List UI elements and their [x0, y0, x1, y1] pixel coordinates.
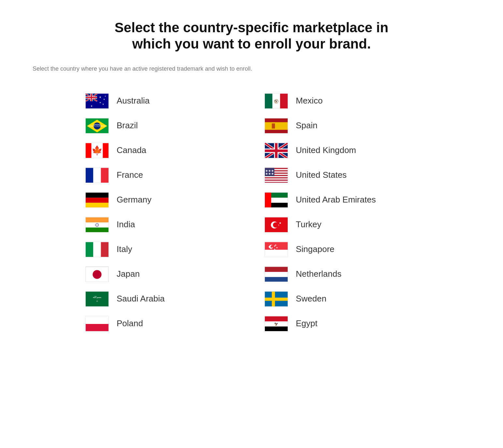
svg-rect-61 [265, 149, 288, 152]
svg-rect-26 [101, 168, 108, 183]
svg-rect-32 [86, 228, 108, 232]
country-egypt[interactable]: 🦅 Egypt [265, 311, 418, 336]
svg-rect-95 [265, 316, 288, 321]
svg-rect-22 [103, 143, 109, 158]
country-name-canada: Canada [117, 145, 146, 156]
svg-text:★: ★ [102, 103, 104, 105]
svg-text:⚔: ⚔ [96, 300, 98, 302]
svg-rect-37 [101, 242, 108, 257]
flag-germany [85, 192, 109, 208]
flag-netherlands [265, 266, 288, 282]
flag-japan [85, 266, 109, 282]
country-india[interactable]: India [85, 212, 238, 237]
country-saudi-arabia[interactable]: بسم الله ⚔ Saudi Arabia [85, 287, 238, 311]
svg-rect-97 [265, 327, 288, 331]
flag-brazil: ORDEM E PROGRESSO [85, 118, 109, 133]
country-name-saudi-arabia: Saudi Arabia [117, 293, 165, 304]
page-title: Select the country-specific marketplace … [105, 20, 398, 52]
svg-rect-44 [86, 324, 108, 331]
country-name-italy: Italy [117, 244, 132, 255]
country-united-arab-emirates[interactable]: United Arab Emirates [265, 188, 418, 212]
svg-point-79 [273, 222, 279, 228]
country-name-germany: Germany [117, 194, 151, 205]
country-mexico[interactable]: 🦅 Mexico [265, 89, 418, 113]
svg-text:ORDEM E PROGRESSO: ORDEM E PROGRESSO [88, 125, 106, 127]
svg-text:★: ★ [275, 244, 277, 246]
svg-rect-47 [280, 93, 288, 108]
page-subtitle: Select the country where you have an act… [26, 65, 477, 72]
svg-text:🦅: 🦅 [275, 100, 278, 103]
flag-united-kingdom [265, 143, 288, 158]
country-united-states[interactable]: ★★★ ★★★ United States [265, 163, 418, 188]
country-name-netherlands: Netherlands [296, 269, 341, 280]
svg-text:★: ★ [99, 102, 101, 104]
svg-rect-94 [265, 298, 288, 301]
country-japan[interactable]: Japan [85, 262, 238, 287]
country-name-japan: Japan [117, 269, 140, 280]
svg-rect-29 [86, 203, 108, 208]
flag-egypt: 🦅 [265, 316, 288, 331]
svg-rect-91 [265, 277, 288, 282]
svg-rect-51 [265, 122, 288, 130]
country-name-brazil: Brazil [117, 120, 138, 131]
flag-italy [85, 242, 109, 257]
country-name-france: France [117, 170, 143, 181]
country-united-kingdom[interactable]: United Kingdom [265, 138, 418, 163]
flag-mexico: 🦅 [265, 93, 288, 109]
svg-rect-43 [86, 316, 108, 324]
country-brazil[interactable]: ORDEM E PROGRESSO Brazil [85, 113, 238, 138]
svg-rect-30 [86, 217, 108, 222]
country-australia[interactable]: ★ ★ ★ ★ ★ ★ Australia [85, 89, 238, 113]
svg-text:★: ★ [99, 96, 101, 99]
svg-rect-69 [265, 182, 288, 183]
svg-rect-68 [265, 179, 288, 181]
country-spain[interactable]: Spain [265, 113, 418, 138]
country-italy[interactable]: Italy [85, 237, 238, 262]
svg-rect-9 [86, 97, 97, 98]
svg-text:★: ★ [276, 246, 278, 249]
country-name-australia: Australia [117, 95, 150, 106]
flag-united-arab-emirates [265, 192, 288, 208]
svg-text:★: ★ [271, 246, 273, 249]
country-name-sweden: Sweden [296, 293, 326, 304]
country-name-poland: Poland [117, 318, 143, 329]
country-name-united-arab-emirates: United Arab Emirates [296, 194, 376, 205]
svg-rect-24 [86, 168, 93, 183]
country-canada[interactable]: 🍁 Canada [85, 138, 238, 163]
svg-rect-90 [265, 272, 288, 277]
country-name-mexico: Mexico [296, 95, 323, 106]
flag-spain [265, 118, 288, 133]
country-name-india: India [117, 219, 135, 230]
country-name-united-kingdom: United Kingdom [296, 145, 356, 156]
svg-text:★: ★ [274, 248, 276, 250]
country-germany[interactable]: Germany [85, 188, 238, 212]
country-name-singapore: Singapore [296, 244, 335, 255]
svg-rect-52 [272, 123, 275, 129]
left-column: ★ ★ ★ ★ ★ ★ Australia ORDEM E PROGRE [85, 89, 238, 336]
svg-rect-40 [86, 291, 108, 306]
flag-singapore: ★ ★ ★ ★ ★ [265, 242, 288, 257]
flag-turkey: ★ [265, 217, 288, 232]
svg-point-34 [97, 225, 97, 225]
country-poland[interactable]: Poland [85, 311, 238, 336]
country-singapore[interactable]: ★ ★ ★ ★ ★ Singapore [265, 237, 418, 262]
country-france[interactable]: France [85, 163, 238, 188]
flag-united-states: ★★★ ★★★ [265, 167, 288, 183]
svg-rect-35 [86, 242, 93, 257]
country-name-united-states: United States [296, 170, 347, 181]
flag-canada: 🍁 [85, 143, 109, 158]
svg-text:★: ★ [279, 221, 281, 225]
svg-rect-45 [265, 93, 272, 108]
country-turkey[interactable]: ★ Turkey [265, 212, 418, 237]
flag-australia: ★ ★ ★ ★ ★ ★ [85, 93, 109, 109]
flag-india [85, 217, 109, 232]
country-sweden[interactable]: Sweden [265, 287, 418, 311]
svg-rect-76 [265, 192, 271, 207]
country-netherlands[interactable]: Netherlands [265, 262, 418, 287]
svg-text:🍁: 🍁 [92, 145, 103, 156]
flag-saudi-arabia: بسم الله ⚔ [85, 291, 109, 307]
svg-rect-89 [265, 267, 288, 272]
svg-rect-28 [86, 198, 108, 203]
svg-point-39 [93, 270, 101, 279]
svg-text:★★★: ★★★ [265, 172, 274, 175]
